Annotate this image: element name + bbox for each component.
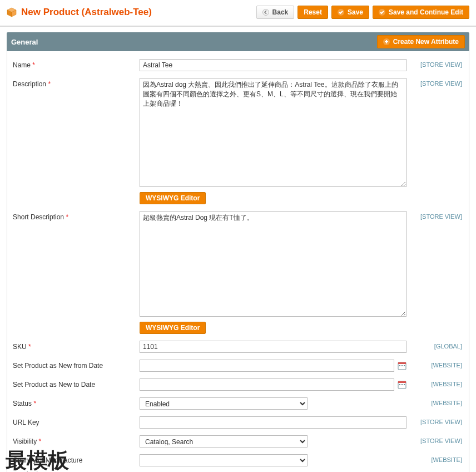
svg-rect-9 xyxy=(399,365,400,366)
scope-name: [STORE VIEW] xyxy=(406,59,463,68)
name-input[interactable] xyxy=(140,59,406,71)
header-button-row: Back Reset Save Save and Continue Edit xyxy=(256,6,469,19)
label-visibility: Visibility * xyxy=(13,435,140,445)
scope-status: [WEBSITE] xyxy=(406,397,463,406)
page-title-wrap: New Product (Astralweb-Tee) xyxy=(7,7,152,18)
calendar-icon[interactable] xyxy=(398,380,406,389)
calendar-icon[interactable] xyxy=(398,361,406,370)
short-description-textarea[interactable] xyxy=(140,211,406,317)
label-url-key: URL Key xyxy=(13,416,140,426)
label-country-mfr: Country of Manufacture xyxy=(13,454,140,464)
svg-rect-8 xyxy=(398,362,406,364)
row-name: Name * [STORE VIEW] xyxy=(13,59,463,71)
create-attribute-button[interactable]: Create New Attribute xyxy=(377,35,465,48)
row-status: Status * Enabled [WEBSITE] xyxy=(13,397,463,410)
wysiwyg-editor-button-short-description[interactable]: WYSIWYG Editor xyxy=(140,322,206,334)
form-container: Name * [STORE VIEW] Description * WYSIWY… xyxy=(7,51,469,472)
row-url-key: URL Key [STORE VIEW] xyxy=(13,416,463,429)
label-status: Status * xyxy=(13,397,140,407)
product-cube-icon xyxy=(7,7,17,17)
label-short-description: Short Description * xyxy=(13,211,140,221)
row-visibility: Visibility * Catalog, Search [STORE VIEW… xyxy=(13,435,463,448)
url-key-input[interactable] xyxy=(140,416,406,429)
page-header: New Product (Astralweb-Tee) Back Reset S… xyxy=(0,0,476,27)
section-title: General xyxy=(11,38,38,46)
label-new-to: Set Product as New to Date xyxy=(13,378,140,389)
svg-rect-15 xyxy=(401,384,403,385)
back-button-label: Back xyxy=(272,8,289,16)
svg-rect-13 xyxy=(398,381,406,383)
svg-rect-16 xyxy=(404,384,405,385)
content-area: General Create New Attribute Name * [STO… xyxy=(0,32,476,472)
svg-point-3 xyxy=(262,9,269,16)
check-icon xyxy=(379,9,385,16)
sku-input[interactable] xyxy=(140,341,406,353)
svg-rect-11 xyxy=(404,365,405,366)
scope-short-description: [STORE VIEW] xyxy=(406,211,463,220)
row-short-description: Short Description * WYSIWYG Editor [STOR… xyxy=(13,211,463,334)
country-mfr-select[interactable] xyxy=(140,454,308,466)
scope-country-mfr: [WEBSITE] xyxy=(406,454,463,463)
scope-new-to: [WEBSITE] xyxy=(406,378,463,387)
scope-sku: [GLOBAL] xyxy=(406,341,463,350)
label-name: Name * xyxy=(13,59,140,69)
scope-new-from: [WEBSITE] xyxy=(406,360,463,368)
visibility-select[interactable]: Catalog, Search xyxy=(140,435,308,448)
new-to-date-input[interactable] xyxy=(140,378,394,391)
section-header: General Create New Attribute xyxy=(7,32,469,51)
label-sku: SKU * xyxy=(13,341,140,351)
reset-button-label: Reset xyxy=(304,8,322,16)
save-continue-button-label: Save and Continue Edit xyxy=(389,8,463,16)
create-attribute-label: Create New Attribute xyxy=(393,38,459,46)
row-new-from: Set Product as New from Date [WEBSITE] xyxy=(13,360,463,372)
row-country-mfr: Country of Manufacture [WEBSITE] xyxy=(13,454,463,466)
scope-visibility: [STORE VIEW] xyxy=(406,435,463,444)
label-description: Description * xyxy=(13,78,140,88)
back-arrow-icon xyxy=(262,9,269,16)
reset-button[interactable]: Reset xyxy=(298,6,328,19)
save-button[interactable]: Save xyxy=(331,6,369,19)
svg-rect-10 xyxy=(401,365,403,366)
status-select[interactable]: Enabled xyxy=(140,397,308,410)
svg-rect-14 xyxy=(399,384,400,385)
save-continue-button[interactable]: Save and Continue Edit xyxy=(373,6,469,19)
back-button[interactable]: Back xyxy=(256,6,295,19)
page-title-text: New Product (Astralweb-Tee) xyxy=(21,7,152,18)
check-icon xyxy=(338,9,344,16)
new-from-date-input[interactable] xyxy=(140,360,394,372)
plus-icon xyxy=(383,38,390,45)
wysiwyg-editor-button-description[interactable]: WYSIWYG Editor xyxy=(140,192,206,204)
row-description: Description * WYSIWYG Editor [STORE VIEW… xyxy=(13,78,463,204)
scope-description: [STORE VIEW] xyxy=(406,78,463,87)
scope-url-key: [STORE VIEW] xyxy=(406,416,463,425)
row-new-to: Set Product as New to Date [WEBSITE] xyxy=(13,378,463,391)
label-new-from: Set Product as New from Date xyxy=(13,360,140,370)
save-button-label: Save xyxy=(348,8,363,16)
row-sku: SKU * [GLOBAL] xyxy=(13,341,463,353)
description-textarea[interactable] xyxy=(140,78,406,187)
